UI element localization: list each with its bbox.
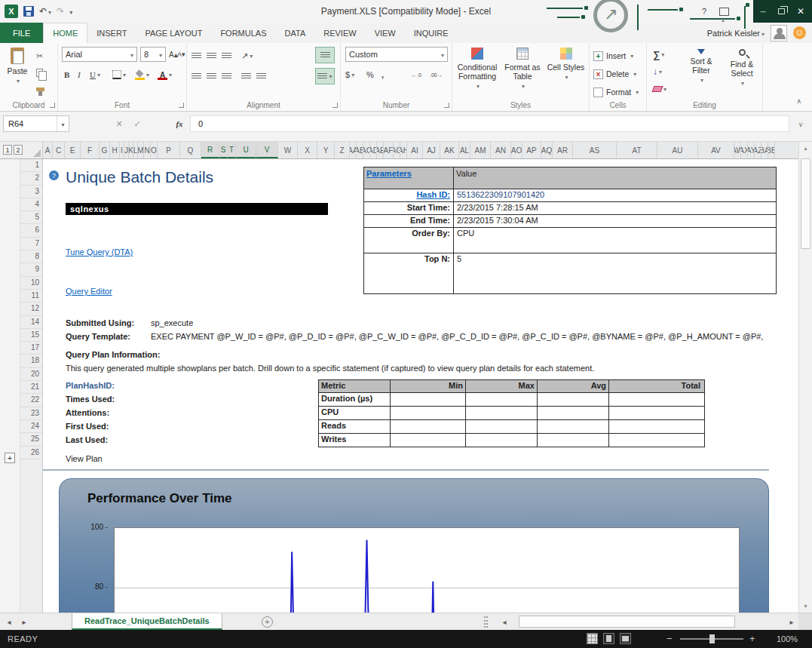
- format-painter-button[interactable]: [36, 82, 44, 96]
- column-header[interactable]: S: [219, 142, 228, 158]
- ribbon-display-options-button[interactable]: [714, 0, 734, 23]
- column-header[interactable]: AM: [470, 142, 491, 158]
- column-header[interactable]: H: [110, 142, 120, 158]
- comma-style-button[interactable]: ,: [381, 68, 384, 81]
- bold-button[interactable]: B: [64, 68, 69, 81]
- row-header[interactable]: 7: [20, 238, 42, 250]
- increase-indent-button[interactable]: [256, 69, 266, 83]
- column-header[interactable]: AL: [459, 142, 470, 158]
- styles-button[interactable]: Conditional Formatting: [455, 46, 500, 102]
- find-select-button[interactable]: Find & Select: [722, 46, 761, 102]
- add-sheet-button[interactable]: [262, 616, 273, 628]
- column-header[interactable]: AT: [617, 142, 657, 158]
- column-header[interactable]: AU: [657, 142, 698, 158]
- column-header[interactable]: Q: [180, 142, 201, 158]
- column-header[interactable]: Z: [335, 142, 350, 158]
- confirm-entry-icon[interactable]: [130, 115, 145, 132]
- column-header[interactable]: W: [278, 142, 298, 158]
- ribbon-tab[interactable]: VIEW: [366, 23, 405, 43]
- column-header[interactable]: N: [144, 142, 151, 158]
- column-header[interactable]: AZ: [755, 142, 761, 158]
- increase-decimal-button[interactable]: [412, 68, 421, 81]
- zoom-level[interactable]: 100%: [777, 630, 798, 648]
- row-header[interactable]: 10: [20, 277, 42, 290]
- normal-view-button[interactable]: [587, 633, 598, 644]
- performance-chart[interactable]: Performance Over Time 10080: [59, 478, 769, 613]
- italic-button[interactable]: I: [78, 68, 81, 81]
- column-header[interactable]: F: [81, 142, 100, 158]
- row-header[interactable]: 26: [20, 447, 42, 459]
- restore-button[interactable]: [771, 0, 791, 23]
- row-header[interactable]: 24: [20, 420, 42, 433]
- ribbon-tab[interactable]: DATA: [276, 23, 315, 43]
- column-header[interactable]: R: [201, 142, 219, 158]
- select-all-corner[interactable]: 12: [0, 142, 43, 158]
- insert-function-button[interactable]: fx: [172, 115, 187, 132]
- hscroll-right-icon[interactable]: [786, 613, 797, 631]
- column-header[interactable]: T: [228, 142, 236, 158]
- font-size-select[interactable]: 8: [140, 47, 166, 62]
- sheet-nav-next-icon[interactable]: [18, 613, 30, 631]
- column-header[interactable]: AC: [363, 142, 370, 158]
- zoom-out-button[interactable]: [666, 630, 673, 648]
- redo-icon[interactable]: [57, 6, 64, 17]
- sheet-nav-prev-icon[interactable]: [3, 613, 15, 631]
- row-header[interactable]: 1: [20, 159, 42, 172]
- scroll-down-icon[interactable]: [799, 600, 812, 613]
- zoom-slider[interactable]: [680, 638, 743, 640]
- row-header[interactable]: 8: [20, 250, 42, 263]
- column-header[interactable]: AK: [440, 142, 459, 158]
- user-avatar[interactable]: [771, 25, 787, 41]
- ribbon-tab[interactable]: INQUIRE: [405, 23, 458, 43]
- orientation-button[interactable]: [241, 49, 253, 63]
- column-header[interactable]: AX: [741, 142, 748, 158]
- underline-button[interactable]: U: [90, 68, 100, 81]
- column-header[interactable]: AV: [698, 142, 734, 158]
- column-header[interactable]: BA: [761, 142, 768, 158]
- expand-formula-bar-icon[interactable]: [794, 115, 807, 132]
- column-header[interactable]: C: [53, 142, 65, 158]
- fill-button[interactable]: [653, 65, 662, 78]
- column-header[interactable]: AG: [394, 142, 400, 158]
- user-name[interactable]: Patrick Keisler: [707, 29, 765, 38]
- column-header[interactable]: AD: [370, 142, 377, 158]
- clipboard-dialog-launcher[interactable]: [50, 103, 55, 108]
- row-header[interactable]: 4: [20, 198, 42, 211]
- column-header[interactable]: AE: [377, 142, 384, 158]
- copy-button[interactable]: [36, 66, 43, 79]
- cells-button[interactable]: Delete: [593, 66, 643, 81]
- page-layout-view-button[interactable]: [603, 633, 614, 644]
- decrease-font-button[interactable]: [177, 48, 185, 61]
- column-header[interactable]: P: [158, 142, 180, 158]
- page-break-view-button[interactable]: [620, 633, 631, 644]
- row-header[interactable]: 9: [20, 263, 42, 276]
- currency-button[interactable]: $: [345, 68, 354, 81]
- styles-button[interactable]: Format as Table: [500, 46, 545, 102]
- hscroll-left-icon[interactable]: [499, 613, 510, 631]
- save-icon[interactable]: [23, 6, 34, 17]
- row-header[interactable]: 6: [20, 224, 42, 237]
- align-left-button[interactable]: [192, 69, 201, 83]
- row-header[interactable]: 5: [20, 211, 42, 224]
- row-header[interactable]: 21: [20, 381, 42, 394]
- name-box[interactable]: R64: [3, 115, 69, 132]
- column-header[interactable]: AH: [400, 142, 407, 158]
- column-header[interactable]: E: [65, 142, 81, 158]
- outline-level-button[interactable]: 2: [14, 145, 23, 155]
- ribbon-tab[interactable]: FORMULAS: [211, 23, 275, 43]
- undo-icon[interactable]: [39, 6, 51, 17]
- column-header[interactable]: AO: [511, 142, 522, 158]
- row-header[interactable]: 2: [20, 172, 42, 185]
- column-header[interactable]: AN: [491, 142, 511, 158]
- align-center-button[interactable]: [207, 69, 216, 83]
- tab-scroll-splitter[interactable]: [484, 616, 488, 628]
- column-header[interactable]: AS: [573, 142, 617, 158]
- borders-button[interactable]: [112, 68, 126, 81]
- zoom-in-button[interactable]: [749, 630, 755, 648]
- font-family-select[interactable]: Arial: [62, 47, 137, 62]
- fill-color-button[interactable]: [135, 68, 149, 81]
- column-header[interactable]: BB: [768, 142, 775, 158]
- formula-input[interactable]: 0: [190, 115, 789, 132]
- styles-button[interactable]: Cell Styles: [545, 46, 587, 102]
- tune-query-link[interactable]: Tune Query (DTA): [66, 247, 133, 256]
